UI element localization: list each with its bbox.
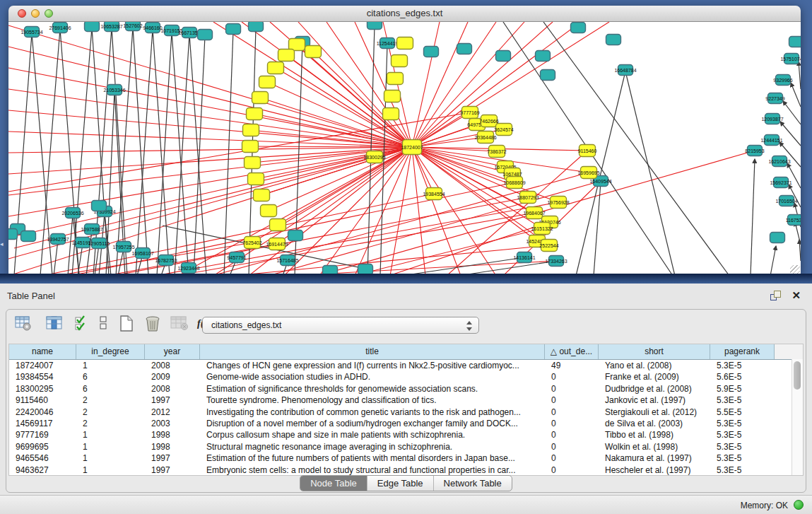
table-cell[interactable]: 0: [545, 383, 599, 395]
column-header-pagerank[interactable]: pagerank: [710, 344, 775, 359]
table-cell[interactable]: 49: [545, 360, 599, 371]
tab-network-table[interactable]: Network Table: [434, 476, 512, 491]
table-row[interactable]: 911546021997Tourette syndrome. Phenomeno…: [9, 395, 803, 406]
table-row[interactable]: 977716911998Corpus callosum shape and si…: [9, 429, 803, 440]
tab-edge-table[interactable]: Edge Table: [367, 476, 434, 491]
table-cell[interactable]: 1997: [145, 452, 200, 464]
table-cell[interactable]: 2: [76, 418, 145, 429]
table-cell[interactable]: 1: [76, 429, 145, 440]
table-cell[interactable]: 2: [76, 407, 145, 418]
minimize-window-button[interactable]: [31, 9, 40, 18]
table-cell[interactable]: 9115460: [9, 395, 76, 406]
table-cell[interactable]: 6: [76, 383, 145, 395]
table-row[interactable]: 1938455462009Genome-wide association stu…: [9, 371, 803, 382]
table-cell[interactable]: 9463627: [9, 465, 76, 476]
select-columns-button[interactable]: [74, 315, 90, 331]
column-header-out_de[interactable]: △ out_de...: [545, 344, 599, 359]
table-cell[interactable]: 22420046: [9, 407, 76, 418]
table-cell[interactable]: de Silva et al. (2003): [599, 418, 710, 429]
table-cell[interactable]: 0: [545, 429, 599, 440]
table-cell[interactable]: Yano et al. (2008): [599, 360, 710, 371]
graph-node[interactable]: [198, 30, 213, 40]
table-cell[interactable]: 2012: [145, 407, 200, 418]
graph-node[interactable]: [606, 35, 621, 45]
graph-node[interactable]: [248, 173, 264, 185]
graph-node[interactable]: [397, 37, 413, 49]
close-window-button[interactable]: [18, 9, 26, 18]
table-cell[interactable]: 0: [545, 395, 599, 406]
graph-node[interactable]: [770, 233, 785, 243]
column-header-short[interactable]: short: [599, 344, 710, 359]
graph-node[interactable]: [259, 76, 276, 88]
show-columns-button[interactable]: [46, 315, 63, 331]
graph-node[interactable]: [392, 55, 408, 67]
table-cell[interactable]: Stergiakouli et al. (2012): [599, 407, 710, 418]
table-cell[interactable]: Changes of HCN gene expression and I(f) …: [200, 360, 545, 371]
graph-node[interactable]: [226, 24, 241, 35]
table-scrollbar[interactable]: [792, 359, 803, 475]
delete-table-button[interactable]: [170, 315, 189, 331]
table-cell[interactable]: 1997: [145, 395, 200, 406]
table-cell[interactable]: 5.3E-5: [710, 441, 775, 452]
table-row[interactable]: 946362711997Embryonic stem cells: a mode…: [9, 465, 803, 476]
graph-node[interactable]: [85, 22, 100, 32]
delete-columns-button[interactable]: [143, 315, 162, 332]
table-cell[interactable]: 2009: [145, 371, 200, 382]
table-mode-button[interactable]: [15, 315, 32, 331]
table-row[interactable]: 1872400712008Changes of HCN gene express…: [9, 360, 803, 371]
table-cell[interactable]: Genome-wide association studies in ADHD.: [200, 371, 545, 382]
table-cell[interactable]: Estimation of the future numbers of pati…: [200, 452, 545, 464]
table-cell[interactable]: Dudbridge et al. (2008): [599, 383, 710, 395]
table-cell[interactable]: 1: [76, 465, 145, 476]
table-row[interactable]: 1830029562008Estimation of significance …: [9, 383, 803, 395]
zoom-window-button[interactable]: [45, 9, 53, 18]
table-cell[interactable]: 5.3E-5: [710, 418, 775, 429]
network-canvas[interactable]: 1905573427691406106532871527602946616010…: [8, 22, 801, 276]
table-cell[interactable]: Tibbo et al. (1998): [599, 429, 710, 440]
column-header-year[interactable]: year: [145, 344, 200, 359]
graph-node[interactable]: [21, 231, 36, 242]
network-window-titlebar[interactable]: citations_edges.txt: [8, 6, 801, 22]
table-cell[interactable]: 5.3E-5: [710, 429, 775, 440]
table-cell[interactable]: 2: [76, 395, 145, 406]
graph-node[interactable]: [571, 23, 586, 33]
graph-node[interactable]: [245, 157, 261, 169]
column-header-name[interactable]: name: [9, 344, 76, 359]
column-header-title[interactable]: title: [200, 344, 545, 359]
graph-node[interactable]: [536, 51, 551, 62]
table-cell[interactable]: Nakamura et al. (1997): [599, 452, 710, 464]
graph-node[interactable]: [424, 47, 439, 57]
table-row[interactable]: 946554611997Estimation of the future num…: [9, 452, 803, 464]
table-cell[interactable]: 0: [545, 441, 599, 452]
graph-node[interactable]: [367, 22, 382, 30]
graph-node[interactable]: [92, 201, 107, 211]
table-cell[interactable]: 5.5E-5: [710, 407, 775, 418]
graph-node[interactable]: [254, 189, 270, 201]
table-cell[interactable]: 1997: [145, 465, 200, 476]
table-cell[interactable]: Estimation of significance thresholds fo…: [200, 383, 545, 395]
graph-node[interactable]: [789, 37, 801, 47]
table-row[interactable]: 2242004622012Investigating the contribut…: [9, 407, 803, 418]
table-cell[interactable]: 5.9E-5: [710, 383, 775, 395]
table-cell[interactable]: Disruption of a novel member of a sodium…: [200, 418, 545, 429]
graph-node[interactable]: [270, 219, 286, 231]
table-cell[interactable]: 1: [76, 441, 145, 452]
hide-panel-arrow-icon[interactable]: ◂: [0, 240, 4, 247]
graph-node[interactable]: [242, 141, 259, 153]
table-cell[interactable]: 6: [76, 371, 145, 382]
graph-node[interactable]: [252, 92, 269, 104]
graph-node[interactable]: [261, 205, 277, 217]
table-cell[interactable]: 1: [76, 360, 145, 371]
table-cell[interactable]: Investigating the contribution of common…: [200, 407, 545, 418]
table-cell[interactable]: Corpus callosum shape and size in male p…: [200, 429, 545, 440]
table-row[interactable]: 1456911722003Disruption of a novel membe…: [9, 418, 803, 429]
float-panel-icon[interactable]: [770, 291, 781, 300]
table-cell[interactable]: 5.3E-5: [710, 360, 775, 371]
graph-node[interactable]: [496, 51, 511, 62]
table-cell[interactable]: 5.3E-5: [710, 452, 775, 464]
graph-node[interactable]: [268, 62, 284, 74]
table-cell[interactable]: 5.3E-5: [710, 465, 775, 476]
table-cell[interactable]: 0: [545, 371, 599, 382]
table-scrollbar-thumb[interactable]: [794, 361, 801, 390]
graph-node[interactable]: [384, 90, 401, 103]
